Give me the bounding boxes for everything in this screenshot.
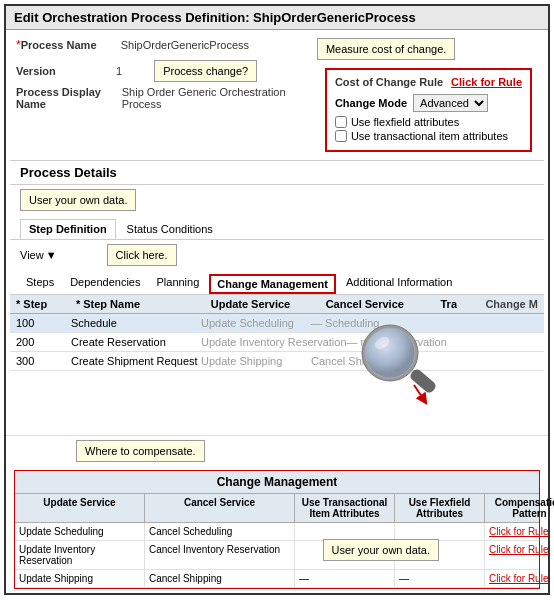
col-flexfield: Use Flexfield Attributes [395,494,485,522]
b-cancel-1: Cancel Scheduling [145,523,295,540]
measure-callout-area: Measure cost of change. [317,34,540,64]
magnifier-overlay [354,315,444,408]
click-rule-2[interactable]: Click for Rule [489,544,548,555]
cell-name-shipment: Create Shipment Request [71,355,201,367]
change-mode-row: Change Mode Advanced [335,94,522,112]
table-row-300[interactable]: 300 Create Shipment Request Update Shipp… [10,352,544,371]
click-here-callout: Click here. [107,244,177,266]
version-area: Version 1 Process change? [6,58,317,84]
click-rule-3[interactable]: Click for Rule [489,573,548,584]
view-label: View [20,249,44,261]
transactional-label: Use transactional item attributes [351,130,508,142]
col-transactional: Use Transactional Item Attributes [295,494,395,522]
svg-point-2 [365,328,415,378]
col-header-tra: Tra [441,298,481,310]
b-cancel-3: Cancel Shipping [145,570,295,587]
col-compensation: Compensation Pattern [485,494,554,522]
flexfield-checkbox[interactable] [335,116,347,128]
b-update-2: Update Inventory Reservation [15,541,145,569]
right-panel: Measure cost of change. Cost of Change R… [317,34,540,156]
where-callout-area: Where to compensate. [6,435,548,466]
click-rule-1[interactable]: Click for Rule [489,526,548,537]
cell-update-schedule: Update Scheduling [201,317,311,329]
b-comp-2[interactable]: Click for Rule [485,541,554,569]
flexfield-label: Use flexfield attributes [351,116,459,128]
sub-tab-planning[interactable]: Planning [150,274,205,294]
view-row: View ▼ [20,249,57,261]
version-label: Version [16,65,116,77]
b-trans-3: — [295,570,395,587]
cell-update-reservation: Update Inventory Reservation [201,336,347,348]
left-form: * Process Name ShipOrderGenericProcess V… [6,34,317,156]
b-comp-1[interactable]: Click for Rule [485,523,554,540]
process-change-callout: Process change? [154,60,257,82]
b-flex-1 [395,523,485,540]
transactional-checkbox[interactable] [335,130,347,142]
cell-step-100: 100 [16,317,71,329]
process-name-row: * Process Name ShipOrderGenericProcess [6,34,317,54]
main-window: Edit Orchestration Process Definition: S… [4,4,550,595]
sub-tab-additional-info[interactable]: Additional Information [340,274,458,294]
table-row-200[interactable]: 200 Create Reservation Update Inventory … [10,333,544,352]
sub-tab-steps[interactable]: Steps [20,274,60,294]
col-header-step: * Step [16,298,71,310]
sub-tab-change-management[interactable]: Change Management [209,274,336,294]
col-update: Update Service [15,494,145,522]
user-own-data2-callout: User your own data. [323,539,439,561]
cost-rule-title: Cost of Change Rule [335,76,443,88]
click-here-callout-area: Click here. [77,244,177,266]
version-value: 1 [116,65,122,77]
cell-name-schedule: Schedule [71,317,201,329]
cell-name-reservation: Create Reservation [71,336,201,348]
cost-rule-panel: Cost of Change Rule Click for Rule Chang… [325,68,532,152]
table-header-row: * Step * Step Name Update Service Cancel… [10,295,544,314]
col-cancel: Cancel Service [145,494,295,522]
change-m-label: Change M [485,298,538,310]
sub-tab-dependencies[interactable]: Dependencies [64,274,146,294]
click-for-rule-link[interactable]: Click for Rule [451,76,522,88]
display-name-label: Process Display Name [16,86,122,110]
bottom-section: Change Management Update Service Cancel … [14,470,540,589]
cell-step-200: 200 [16,336,71,348]
flexfield-checkbox-row: Use flexfield attributes [335,116,522,128]
change-mode-select[interactable]: Advanced [413,94,488,112]
display-name-value: Ship Order Generic Orchestration Process [122,86,307,110]
display-name-row: Process Display Name Ship Order Generic … [6,84,317,112]
change-mode-label: Change Mode [335,97,407,109]
magnifier-icon [354,315,444,405]
svg-rect-0 [408,367,437,394]
col-header-cancel: Cancel Service [326,298,436,310]
process-name-label: Process Name [21,39,121,51]
user-data-callout-area: User your own data. [10,185,544,215]
b-flex-3: — [395,570,485,587]
bottom-row-2-wrapper: Update Inventory Reservation Cancel Inve… [15,541,539,570]
b-update-3: Update Shipping [15,570,145,587]
bottom-table-header: Change Management [15,471,539,494]
cost-rule-header: Cost of Change Rule Click for Rule [335,76,522,88]
bottom-row-3: Update Shipping Cancel Shipping — — Clic… [15,570,539,588]
process-details-section: Process Details User your own data. Step… [10,160,544,435]
user-data-2-callout-area: User your own data. [263,539,439,561]
sub-tabs: Steps Dependencies Planning Change Manag… [10,270,544,295]
b-update-1: Update Scheduling [15,523,145,540]
measure-callout: Measure cost of change. [317,38,455,60]
where-to-compensate-callout: Where to compensate. [76,440,205,462]
process-name-value: ShipOrderGenericProcess [121,39,249,51]
tab-status-conditions[interactable]: Status Conditions [118,219,222,239]
window-title: Edit Orchestration Process Definition: S… [6,6,548,30]
view-area: View ▼ Click here. [10,240,544,270]
transactional-checkbox-row: Use transactional item attributes [335,130,522,142]
b-trans-1 [295,523,395,540]
table-section: * Step * Step Name Update Service Cancel… [10,295,544,435]
table-row-100[interactable]: 100 Schedule Update Scheduling — Schedul… [10,314,544,333]
tab-step-definition[interactable]: Step Definition [20,219,116,239]
user-own-data-callout: User your own data. [20,189,136,211]
cell-update-shipping: Update Shipping [201,355,311,367]
b-comp-3[interactable]: Click for Rule [485,570,554,587]
process-details-header: Process Details [10,161,544,185]
col-header-step-name: * Step Name [76,298,206,310]
bottom-col-headers: Update Service Cancel Service Use Transa… [15,494,539,523]
view-dropdown[interactable]: ▼ [46,249,57,261]
cell-step-300: 300 [16,355,71,367]
cell-tra-200 [457,336,497,348]
